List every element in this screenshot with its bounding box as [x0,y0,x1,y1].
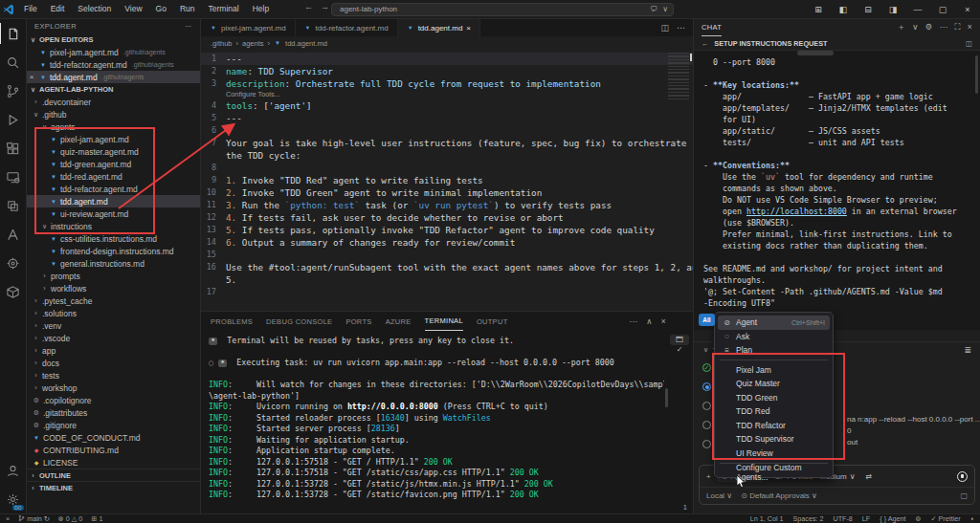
cursor-position[interactable]: Ln 1, Col 1 [750,514,784,523]
folder-item[interactable]: ›.devcontainer [27,96,200,108]
terminal-scrollbar[interactable] [665,388,668,407]
indentation[interactable]: Spaces: 2 [793,514,824,523]
approvals-picker[interactable]: ⊙ Default Approvals ∨ [741,491,817,500]
folder-item[interactable]: ›workflows [27,282,200,294]
panel-tab-azure[interactable]: AZURE [386,313,412,331]
back-icon[interactable]: ← [702,39,708,48]
folder-item[interactable]: ∨.github [27,108,200,120]
menu-help[interactable]: Help [246,0,276,18]
close-icon[interactable]: × [466,24,471,33]
chevron-down-icon[interactable]: ∨ [662,5,668,13]
open-editors-header[interactable]: ∨ OPEN EDITORS [27,33,200,46]
file-item[interactable]: ▼quiz-master.agent.md [27,145,200,158]
file-item[interactable]: ◆LICENSE [27,456,200,469]
chevron-down-icon[interactable]: ∨ [912,22,919,33]
file-item[interactable]: ▼tdd-red.agent.md [27,170,200,183]
menu-run[interactable]: Run [173,0,202,18]
containers-icon[interactable] [0,191,27,220]
folder-item[interactable]: ∨agents [27,120,200,133]
tools-config-icon[interactable]: ⇄ [866,472,873,481]
tab-pixel-jam.agent.md[interactable]: ▼pixel-jam.agent.md [201,19,296,36]
folder-item[interactable]: ›prompts [27,270,200,282]
encoding[interactable]: UTF-8 [833,514,852,523]
chat-bubble-icon[interactable]: 🗩 [650,5,657,13]
more-actions-icon[interactable]: ⋯ [940,22,948,33]
panel-right-icon[interactable]: ◨ [880,5,905,14]
close-icon[interactable]: × [955,5,980,14]
accounts-icon[interactable] [0,456,27,485]
close-icon[interactable]: × [27,73,36,81]
outline-header[interactable]: › OUTLINE [27,469,200,481]
agent-item-pixel-jam[interactable]: Pixel Jam [718,363,830,378]
panel-bottom-icon[interactable]: ⊟ [856,5,880,14]
close-icon[interactable]: × [968,22,972,33]
todo-open-icon[interactable] [702,402,711,410]
breadcrumb[interactable]: .github›agents›▼tdd.agent.md [201,36,693,50]
panel-tab-problems[interactable]: PROBLEMS [211,313,253,331]
file-item[interactable]: ▼general.instructions.md [27,257,200,270]
folder-item[interactable]: ›.pytest_cache [27,294,200,307]
checklist-icon[interactable]: ≣ [964,345,971,355]
more-actions-icon[interactable]: ⋯ [677,23,685,33]
source-control-icon[interactable] [0,76,27,105]
file-item[interactable]: ▼ui-review.agent.md [27,207,200,220]
customize-layout-icon[interactable]: ⊞ [806,5,831,14]
todo-active-icon[interactable] [702,382,711,391]
menu-terminal[interactable]: Terminal [202,0,246,18]
chat-panel-title[interactable]: CHAT [702,19,722,36]
split-icon[interactable]: ◫ [966,39,972,48]
run-debug-icon[interactable] [0,105,27,134]
language-mode[interactable]: { } Agent [880,514,905,523]
eol[interactable]: LF [862,514,870,523]
agent-item-tdd-supervisor[interactable]: TDD Supervisor [718,432,830,447]
breadcrumb-crumb[interactable]: .github [211,39,233,48]
breadcrumb-crumb[interactable]: agents [242,39,264,48]
folder-item[interactable]: ›app [27,344,200,357]
copilot-icon[interactable] [0,249,27,277]
folder-item[interactable]: ›docs [27,357,200,369]
maximize-icon[interactable]: ⛶ [954,22,960,33]
settings-gear-icon[interactable]: DO [0,485,27,513]
branch-item[interactable]: main↻ [18,514,50,523]
menu-go[interactable]: Go [149,0,173,18]
breadcrumb-crumb[interactable]: tdd.agent.md [285,39,327,48]
panel-tab-ports[interactable]: PORTS [345,313,371,331]
folder-item[interactable]: ∨instructions [27,220,200,232]
agent-item-ui-review[interactable]: UI Review [718,447,830,461]
file-item[interactable]: ▼tdd-green.agent.md [27,158,200,170]
ports-item[interactable]: ⊞ 1 [91,514,102,523]
todo-open-icon[interactable] [702,440,711,448]
panel-tab-output[interactable]: OUTPUT [477,313,508,331]
problems-item[interactable]: ⊗ 0 △ 0 [58,514,83,523]
forward-icon[interactable]: → [321,2,329,11]
close-panel-icon[interactable]: × [661,316,666,326]
split-editor-icon[interactable]: ◫ [660,23,669,33]
menu-selection[interactable]: Selection [71,0,118,18]
menu-file[interactable]: File [17,0,44,18]
folder-item[interactable]: ›.vscode [27,332,200,344]
panel-tab-terminal[interactable]: TERMINAL [425,312,463,331]
mode-item-ask[interactable]: ◌Ask [718,330,830,344]
voice-record-button[interactable] [957,471,968,482]
file-item[interactable]: ▼tdd-refactor.agent.md [27,183,200,195]
terminal-output[interactable]: * Terminal will be reused by tasks, pres… [209,336,664,500]
minimize-icon[interactable]: — [905,5,930,14]
copilot-status[interactable]: ⊚ [915,514,921,523]
remote-explorer-icon[interactable] [0,163,27,191]
mode-item-plan[interactable]: ≡Plan [718,343,830,358]
configure-custom-agents[interactable]: Configure Custom Agents... [718,466,830,480]
folder-item[interactable]: ›.venv [27,319,200,332]
search-icon[interactable] [0,48,27,76]
file-item[interactable]: ▼tdd.agent.md [27,195,200,207]
extensions-icon[interactable] [0,134,27,163]
file-item[interactable]: ⚙.copilotignore [27,394,200,406]
azure-icon[interactable] [0,220,27,249]
environment-picker[interactable]: Local ∨ [706,491,732,500]
settings-gear-icon[interactable]: ⚙ [925,22,933,33]
panel-tab-debug-console[interactable]: DEBUG CONSOLE [266,313,332,331]
file-item[interactable]: ◆CONTRIBUTING.md [27,444,200,456]
resources-icon[interactable] [0,277,27,306]
file-item[interactable]: ⚙.gitattributes [27,406,200,419]
terminal-item-icon[interactable]: 🗔 [670,335,689,345]
todo-done-icon[interactable]: ✓ [702,363,711,372]
